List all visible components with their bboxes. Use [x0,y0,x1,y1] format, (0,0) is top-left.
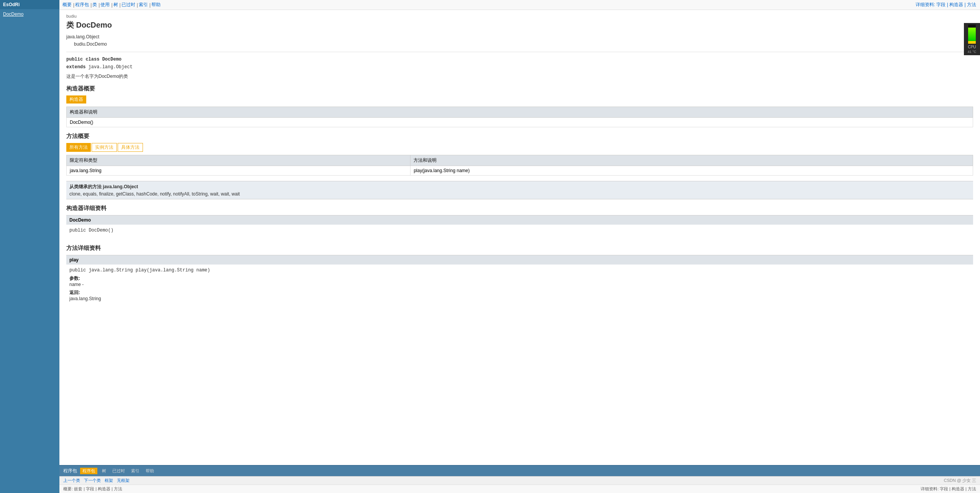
method-detail-section: play public java.lang.String play(java.l… [66,255,973,304]
method-tab-bar: 所有方法 实例方法 具体方法 [66,143,973,152]
hierarchy-root: java.lang.Object [66,33,973,41]
constructor-detail-title: 构造器详细资料 [66,205,973,212]
sidebar: EsOdRi DocDemo [0,0,59,493]
method-detail-title: 方法详细资料 [66,245,973,252]
next-class-link[interactable]: 下一个类 [84,478,101,483]
detail-section-label: 详细资料: 字段 | 构造器 | 方法 [921,486,976,492]
class-title: 类 DocDemo [66,20,973,30]
bottom-tab-deprecated[interactable]: 已过时 [111,468,126,474]
bottom-nav: 上一个类 下一个类 框架 无框架 CSDN @ 少女 三 [59,476,980,485]
constructor-detail-name: DocDemo [66,215,973,225]
sidebar-header: EsOdRi [0,0,59,9]
table-row: java.lang.String play(java.lang.String n… [67,166,973,175]
cpu-widget: CPU 41 °C [964,23,980,55]
bottom-tab-tree[interactable]: 树 [100,468,108,474]
method-table: 限定符和类型 方法和说明 java.lang.String play(java.… [66,155,973,176]
method-detail-body: public java.lang.String play(java.lang.S… [66,265,973,304]
table-row: DocDemo() [67,117,973,127]
breadcrumb: budiu [66,14,973,18]
method-summary-title: 方法概要 [66,133,973,140]
nav-prev-next: 上一个类 下一个类 框架 无框架 [63,478,130,483]
top-nav: 概要| 程序包| 类| 使用| 树| 已过时| 索引| 帮助 详细资料: 字段 … [59,0,980,10]
method-col1-header: 限定符和类型 [67,155,410,166]
no-frames-link[interactable]: 无框架 [117,478,130,483]
detail-label: 详细资料: 字段 | 构造器 | 方法 [916,2,976,8]
code-block: public class DocDemo extends java.lang.O… [66,56,973,71]
constructor-col-header: 构造器和说明 [67,107,973,117]
bottom-tab-index[interactable]: 索引 [130,468,141,474]
cpu-bar-container [968,25,976,44]
sidebar-content: DocDemo [0,9,59,19]
method-detail-name: play [66,255,973,265]
return-type: java.lang.String [69,296,970,301]
nav-use[interactable]: 使用 [100,2,110,8]
method-tab-instance[interactable]: 实例方法 [92,143,117,152]
nav-index[interactable]: 索引 [139,2,148,8]
constructor-detail-section: DocDemo public DocDemo() [66,215,973,238]
constructor-table: 构造器和说明 DocDemo() [66,107,973,127]
nav-help[interactable]: 帮助 [151,2,161,8]
cpu-bar-green [968,28,976,41]
method-signature[interactable]: play(java.lang.String name) [410,166,973,175]
main-wrapper: 概要| 程序包| 类| 使用| 树| 已过时| 索引| 帮助 详细资料: 字段 … [59,0,980,493]
bottom-bar: 程序包 程序包 树 已过时 索引 帮助 [59,465,980,476]
method-detail-signature: public java.lang.String play(java.lang.S… [69,268,970,273]
constructor-detail-body: public DocDemo() [66,225,973,238]
code-line-1: public class DocDemo [66,56,973,63]
divider-1 [66,52,973,52]
nav-tree[interactable]: 树 [113,2,118,8]
params-value: name - [69,282,970,287]
inherited-section: 从类继承的方法 java.lang.Object clone, equals, … [66,181,973,199]
method-col2-header: 方法和说明 [410,155,973,166]
frames-link[interactable]: 框架 [105,478,113,483]
content-area: budiu 类 DocDemo java.lang.Object budiu.D… [59,10,980,465]
nav-summary[interactable]: 概要 [62,2,72,8]
bottom-nav2: 概要: 嵌套 | 字段 | 构造器 | 方法 详细资料: 字段 | 构造器 | … [59,485,980,493]
inherited-methods: clone, equals, finalize, getClass, hashC… [69,191,970,197]
hierarchy: java.lang.Object budiu.DocDemo [66,33,973,48]
nav-package[interactable]: 程序包 [75,2,89,8]
return-label: 返回: [69,289,970,296]
constructor-tab-bar: 构造器 [66,95,973,104]
prev-class-link[interactable]: 上一个类 [63,478,80,483]
constructor-detail-signature: public DocDemo() [69,228,970,233]
bottom-bar-label: 程序包 [63,468,77,474]
constructor-summary-title: 构造器概要 [66,85,973,92]
cpu-temperature: 41 °C [968,50,977,54]
method-type: java.lang.String [67,166,410,175]
nav-class[interactable]: 类 [92,2,97,8]
class-description: 这是一个名字为DocDemo的类 [66,73,973,80]
method-tab-all[interactable]: 所有方法 [66,143,91,152]
summary-label: 概要: 嵌套 | 字段 | 构造器 | 方法 [63,486,122,492]
cpu-label: CPU [968,45,976,49]
bottom-right-label: CSDN @ 少女 三 [944,478,976,483]
cpu-bar-yellow [968,41,976,44]
inherited-title: 从类继承的方法 java.lang.Object [69,184,970,190]
method-tab-concrete[interactable]: 具体方法 [118,143,143,152]
bottom-tab-package[interactable]: 程序包 [80,468,97,474]
hierarchy-child: budiu.DocDemo [66,41,973,48]
constructor-name[interactable]: DocDemo() [67,117,973,127]
code-line-2: extends java.lang.Object [66,64,973,71]
nav-deprecated[interactable]: 已过时 [121,2,135,8]
bottom-tab-help[interactable]: 帮助 [144,468,156,474]
constructor-tab[interactable]: 构造器 [66,95,86,104]
sidebar-item-docdemo[interactable]: DocDemo [3,12,56,17]
params-label: 参数: [69,275,970,282]
